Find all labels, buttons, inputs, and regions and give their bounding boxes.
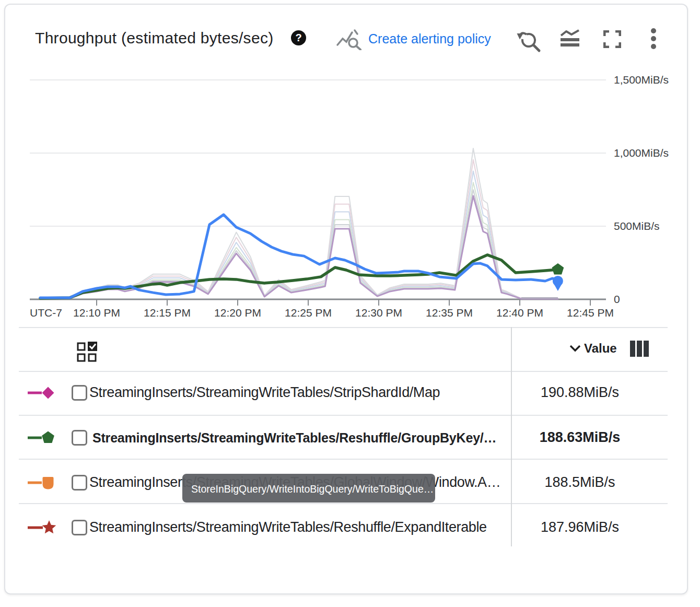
series-label: StreamingInserts/StreamingWriteTables/Re…	[92, 430, 496, 446]
series-marker-shield	[27, 473, 60, 492]
x-tick-label: 12:35 PM	[426, 307, 473, 319]
series-value: 188.5MiB/s	[512, 474, 648, 491]
x-axis-corner-label: UTC-7	[30, 307, 62, 319]
x-tick-label: 12:45 PM	[567, 307, 614, 319]
x-tick-label: 12:30 PM	[355, 307, 402, 319]
y-tick-label: 1,000MiB/s	[614, 147, 669, 159]
series-marker-star	[27, 518, 60, 537]
tooltip-text: StoreInBigQuery/WriteIntoBigQuery/WriteT…	[191, 483, 434, 495]
series-marker-pentagon	[27, 428, 60, 447]
divider	[19, 459, 668, 460]
y-tick-label: 0	[614, 293, 620, 306]
series-checkbox[interactable]	[72, 430, 87, 446]
divider	[19, 503, 668, 504]
value-column-header[interactable]: Value	[584, 341, 617, 356]
divider	[19, 371, 668, 372]
select-all-series-icon[interactable]	[77, 342, 99, 364]
x-tick-label: 12:25 PM	[285, 307, 332, 319]
x-tick-label: 12:40 PM	[496, 307, 543, 319]
series-checkbox[interactable]	[72, 475, 87, 491]
y-tick-label: 500MiB/s	[614, 220, 660, 232]
series-checkbox[interactable]	[72, 385, 87, 401]
x-tick-label: 12:10 PM	[73, 307, 120, 319]
series-value: 188.63MiB/s	[512, 429, 648, 446]
divider	[19, 327, 668, 328]
series-label: StreamingInserts/StreamingWriteTables/St…	[89, 384, 440, 401]
sort-chevron-icon[interactable]	[569, 344, 581, 353]
columns-icon[interactable]	[630, 341, 650, 357]
x-tick-label: 12:15 PM	[144, 307, 191, 319]
series-label: StreamingInserts/StreamingWriteTables/Re…	[89, 519, 487, 535]
series-value: 187.96MiB/s	[512, 519, 648, 535]
y-tick-label: 1,500MiB/s	[614, 74, 669, 86]
divider	[19, 415, 668, 416]
tooltip: StoreInBigQuery/WriteIntoBigQuery/WriteT…	[182, 474, 435, 503]
series-marker-diamond	[27, 383, 60, 402]
x-tick-label: 12:20 PM	[214, 307, 261, 319]
series-value: 190.88MiB/s	[512, 384, 648, 401]
series-checkbox[interactable]	[72, 520, 87, 535]
throughput-chart[interactable]	[0, 0, 700, 607]
